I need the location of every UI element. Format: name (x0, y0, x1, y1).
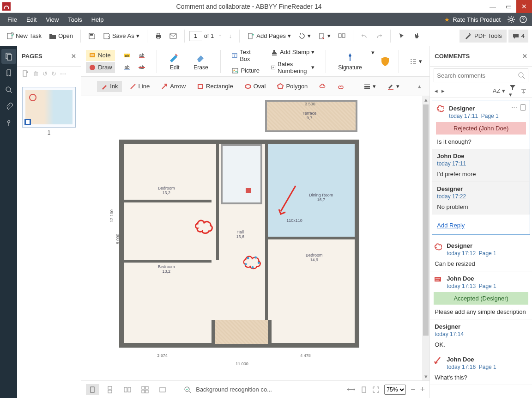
zoom-out-button[interactable]: − (411, 385, 416, 394)
open-button[interactable]: Open (46, 31, 76, 42)
search-ribbon-button[interactable] (1, 82, 16, 97)
annotation-textbox-marker[interactable] (246, 188, 251, 193)
cloud-shape[interactable] (315, 81, 330, 92)
delete-page-button[interactable]: ▾ (315, 31, 333, 42)
comments-search-input[interactable] (437, 72, 518, 79)
redo-button[interactable] (373, 31, 386, 42)
underline-tool[interactable]: ab (135, 50, 148, 61)
recognize-icon[interactable] (184, 386, 191, 393)
add-page-icon[interactable] (22, 70, 29, 77)
add-reply-link[interactable]: Add Reply (437, 218, 525, 231)
page-down-button[interactable]: ↓ (226, 31, 235, 41)
twopage-cont-view[interactable] (139, 384, 151, 395)
comments-close-icon[interactable]: ✕ (522, 53, 527, 60)
annotation-cloud-2[interactable] (240, 251, 265, 273)
continuous-view[interactable] (103, 384, 116, 395)
rate-product[interactable]: ★ Rate This Product (440, 16, 505, 23)
search-icon[interactable] (518, 72, 525, 79)
strikeout-tool[interactable]: ab (135, 62, 148, 73)
bates-tool[interactable]: #Bates Numbering▾ (268, 59, 318, 76)
erase-group[interactable]: Erase (190, 52, 212, 71)
rectangle-shape[interactable]: Rectangle (193, 81, 237, 92)
page-up-button[interactable]: ↑ (216, 31, 224, 41)
page-thumbnail[interactable] (22, 87, 76, 128)
menu-tools[interactable]: Tools (63, 16, 86, 23)
highlight-tool[interactable]: ab (121, 50, 133, 61)
sort-comments[interactable]: AZ ▾ (493, 87, 505, 94)
comment-reply[interactable]: Designertoday 17:22No problem (432, 182, 530, 214)
signature-group[interactable]: Signature (334, 52, 365, 71)
fullscreen-view[interactable] (156, 384, 169, 395)
delete-page-icon[interactable]: 🗑 (33, 70, 39, 77)
ink-shape[interactable]: Ink (97, 81, 121, 92)
annotation-cloud-1[interactable] (192, 214, 217, 237)
settings-icon[interactable] (505, 15, 517, 24)
arrow-shape[interactable]: Arrow (157, 81, 189, 92)
rotate-left-icon[interactable]: ↺ (42, 70, 48, 77)
menu-file[interactable]: File (3, 16, 22, 23)
comments-toggle[interactable]: 4 (508, 30, 528, 43)
picture-tool[interactable]: Picture (229, 65, 262, 76)
singlepage-view[interactable] (86, 384, 99, 395)
attachments-ribbon-button[interactable] (1, 99, 16, 114)
zoom-select[interactable]: 75% (384, 385, 406, 395)
save-button[interactable] (85, 31, 98, 42)
line-weight[interactable]: ▾ (360, 81, 380, 92)
pages-ribbon-button[interactable] (1, 49, 16, 64)
rotate-button[interactable]: ▾ (296, 31, 314, 42)
text-box-tool[interactable]: TText Box (229, 47, 262, 64)
fit-width-icon[interactable]: ⟷ (347, 386, 356, 393)
pages-close-icon[interactable]: ✕ (71, 53, 76, 60)
pointer-tool[interactable] (395, 31, 408, 42)
line-color[interactable]: ▾ (383, 81, 403, 92)
fit-screen-icon[interactable] (372, 386, 380, 393)
bookmarks-ribbon-button[interactable] (1, 66, 16, 80)
comment-menu-icon[interactable]: ⋯ (511, 104, 517, 111)
rotate-right-icon[interactable]: ↻ (51, 70, 56, 77)
zoom-in-button[interactable]: + (420, 385, 425, 394)
add-pages-button[interactable]: Add Pages ▾ (244, 31, 294, 42)
maximize-button[interactable]: ▭ (501, 0, 516, 13)
collapse-comments[interactable] (520, 87, 527, 95)
note-tool[interactable]: Note (86, 50, 115, 61)
edit-group[interactable]: Edit (165, 52, 184, 71)
comment-item[interactable]: Designertoday 17:12 Page 1Can be resized (430, 239, 532, 271)
canvas-scrollbar[interactable]: ▴ ▾ (422, 96, 429, 380)
close-button[interactable]: ✕ (516, 0, 532, 13)
shapetool-close[interactable]: ▴ (414, 81, 425, 92)
save-as-button[interactable]: Save As ▾ (100, 31, 142, 42)
menu-edit[interactable]: Edit (22, 16, 41, 23)
new-task-button[interactable]: New Task (4, 31, 44, 42)
organize-button[interactable] (335, 31, 348, 42)
signatures-ribbon-button[interactable] (1, 116, 16, 130)
next-comment[interactable]: ▸ (441, 87, 445, 94)
comment-item[interactable]: John Doetoday 17:13 Page 1Accepted (Desi… (430, 271, 532, 319)
comment-reply[interactable]: John Doetoday 17:11I'd prefer more (432, 149, 530, 182)
help-icon[interactable]: ? (517, 15, 529, 24)
list-settings-tool[interactable]: ▾ (407, 56, 425, 67)
draw-tool[interactable]: Draw (86, 62, 115, 73)
print-button[interactable] (152, 31, 165, 42)
more-icon[interactable]: ⋯ (60, 70, 66, 77)
minimize-button[interactable]: — (485, 0, 501, 13)
comments-search[interactable] (434, 68, 528, 82)
page-number-input[interactable] (189, 31, 202, 41)
email-button[interactable] (167, 31, 180, 42)
pdf-tools-button[interactable]: PDF Tools (459, 30, 507, 43)
oval-shape[interactable]: Oval (241, 81, 270, 92)
fit-page-icon[interactable] (360, 386, 368, 393)
menu-view[interactable]: View (41, 16, 63, 23)
annotation-arrow[interactable] (277, 184, 300, 216)
comment-item[interactable]: John Doetoday 17:16 Page 1What's this? (430, 352, 532, 385)
comment-reply[interactable]: Designertoday 17:14OK. (430, 319, 532, 352)
prev-comment[interactable]: ◂ (435, 87, 438, 94)
menu-help[interactable]: Help (87, 16, 109, 23)
undo-button[interactable] (358, 31, 371, 42)
comment-checkbox[interactable] (520, 104, 526, 110)
shield-icon[interactable] (380, 56, 390, 67)
freecloud-shape[interactable] (333, 81, 348, 92)
twopage-view[interactable] (121, 384, 134, 395)
add-stamp-tool[interactable]: Add Stamp▾ (268, 47, 318, 58)
line-shape[interactable]: Line (126, 81, 154, 92)
page-canvas[interactable]: Terrace9,7 (81, 96, 429, 380)
